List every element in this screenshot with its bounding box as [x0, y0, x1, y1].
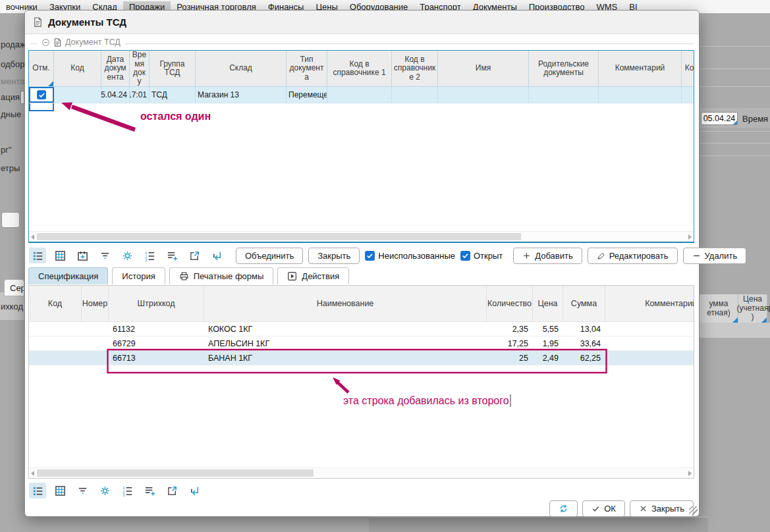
spec-row-apelsin[interactable]: 66729 АПЕЛЬСИН 1КГ 17,25 1,95 33,64: [29, 336, 694, 351]
column-header-ref2[interactable]: Код в справочнике 2: [392, 51, 438, 87]
settings-gear-icon[interactable]: [96, 483, 113, 498]
grid-icon[interactable]: [51, 248, 69, 263]
column-header-comment[interactable]: Комментарий: [605, 286, 694, 321]
settings-gear-icon[interactable]: [119, 248, 136, 263]
open-external-icon[interactable]: [186, 248, 203, 263]
cell-comment[interactable]: [605, 322, 694, 336]
column-header-nomer[interactable]: Номер: [82, 286, 109, 321]
cell-qty[interactable]: 2,35: [487, 322, 533, 336]
cell-ref1[interactable]: [327, 87, 392, 103]
bg-header-corner: [761, 317, 767, 323]
merge-button[interactable]: Объединить: [236, 248, 303, 264]
cell-doctype[interactable]: Перемещение: [287, 87, 327, 103]
tab-history[interactable]: История: [112, 267, 165, 284]
cell-price[interactable]: 5,55: [533, 322, 563, 336]
row-checkbox-checked[interactable]: [37, 90, 46, 99]
tab-specification[interactable]: Спецификация: [28, 267, 108, 284]
scroll-left-arrow[interactable]: [31, 234, 34, 240]
cell-barcode[interactable]: 61132: [109, 322, 204, 336]
filter-icon[interactable]: [74, 483, 91, 498]
cell-comment[interactable]: [599, 87, 682, 103]
check-icon: [591, 504, 600, 513]
open-checkbox[interactable]: Открыт: [460, 251, 503, 261]
tab-print-forms[interactable]: Печатные формы: [169, 267, 274, 284]
tab-actions[interactable]: Действия: [277, 267, 349, 284]
calendar-add-icon[interactable]: [74, 248, 91, 263]
cell-name[interactable]: КОКОС 1КГ: [204, 322, 487, 336]
cell-qty[interactable]: 25: [487, 351, 533, 365]
add-button[interactable]: Добавить: [513, 248, 582, 264]
column-header-sum[interactable]: Сумма: [563, 286, 605, 321]
delete-button[interactable]: Удалить: [683, 248, 747, 264]
cell-price[interactable]: 2,49: [533, 351, 563, 365]
cell-name[interactable]: БАНАН 1КГ: [204, 351, 487, 365]
resize-grip[interactable]: [689, 506, 698, 515]
column-header-time[interactable]: Время доку: [130, 51, 150, 87]
column-header-parents[interactable]: Родительские документы: [529, 51, 599, 87]
column-header-kod[interactable]: Код: [54, 51, 101, 87]
refresh-button[interactable]: [549, 500, 578, 517]
cell-qty[interactable]: 17,25: [487, 336, 533, 350]
bg-separator: [700, 68, 770, 69]
ok-button[interactable]: ОК: [582, 500, 625, 517]
reload-icon[interactable]: [186, 483, 203, 498]
column-header-qty[interactable]: Количество: [487, 286, 533, 321]
numbered-list-icon[interactable]: [141, 248, 158, 263]
cell-group[interactable]: ТСД: [150, 87, 196, 103]
cell-sum[interactable]: 13,04: [563, 322, 605, 336]
column-header-kod[interactable]: Код: [29, 286, 82, 321]
column-header-name[interactable]: Имя: [438, 51, 529, 87]
cell-barcode[interactable]: 66713: [109, 351, 204, 365]
cell-sum[interactable]: 62,25: [563, 351, 605, 365]
column-header-sklad[interactable]: Склад: [196, 51, 287, 87]
dialog-close-button[interactable]: Закрыть: [630, 500, 694, 517]
column-header-ref1[interactable]: Код в справочнике 1: [327, 51, 392, 87]
cell-parents[interactable]: [529, 87, 599, 103]
column-header-group[interactable]: Группа ТСД: [150, 51, 196, 87]
cell-ref2[interactable]: [392, 87, 438, 103]
list-view-icon[interactable]: [29, 483, 46, 498]
reload-icon[interactable]: [208, 248, 225, 263]
cell-price[interactable]: 1,95: [533, 336, 563, 350]
cell-time[interactable]: 17:01: [130, 87, 150, 103]
unused-checkbox[interactable]: Неиспользованные: [365, 251, 455, 261]
cell-date[interactable]: 05.04.24: [101, 87, 130, 103]
open-external-icon[interactable]: [163, 483, 180, 498]
cell-sklad[interactable]: Магазин 13: [196, 87, 287, 103]
add-rows-icon[interactable]: [163, 248, 180, 263]
column-header-doctype[interactable]: Тип документа: [287, 51, 327, 87]
cell-extra[interactable]: [682, 87, 694, 103]
grid-icon[interactable]: [51, 483, 69, 498]
edit-button[interactable]: Редактировать: [588, 248, 678, 264]
row-mark-cell[interactable]: [29, 87, 54, 103]
cell-comment[interactable]: [605, 336, 694, 350]
scrollbar-thumb[interactable]: [37, 233, 521, 240]
close-document-button[interactable]: Закрыть: [308, 248, 360, 264]
column-header-date[interactable]: Дата документа: [101, 51, 130, 87]
document-row[interactable]: 05.04.24 17:01 ТСД Магазин 13 Перемещени…: [29, 87, 694, 103]
cell-comment[interactable]: [605, 351, 694, 365]
column-header-extra[interactable]: Ко: [682, 51, 694, 87]
cell-sum[interactable]: 33,64: [563, 336, 605, 350]
scrollbar-thumb[interactable]: [37, 469, 314, 477]
cell-barcode[interactable]: 66729: [109, 336, 204, 350]
column-header-price[interactable]: Цена: [533, 286, 563, 321]
collapse-icon[interactable]: [41, 38, 50, 47]
column-header-comment[interactable]: Комментарий: [599, 51, 682, 87]
spec-row-banan-selected[interactable]: 66713 БАНАН 1КГ 25 2,49 62,25: [29, 351, 694, 365]
spec-row-kokos[interactable]: 61132 КОКОС 1КГ 2,35 5,55 13,04: [29, 322, 694, 336]
cell-name[interactable]: АПЕЛЬСИН 1КГ: [204, 336, 487, 350]
list-view-icon[interactable]: [29, 248, 46, 263]
scroll-right-arrow[interactable]: [688, 234, 692, 240]
column-header-barcode[interactable]: Штрихкод: [109, 286, 204, 321]
scroll-left-arrow[interactable]: [31, 471, 34, 476]
cell-kod[interactable]: [54, 87, 101, 103]
numbered-list-icon[interactable]: [119, 483, 136, 498]
add-rows-icon[interactable]: [141, 483, 158, 498]
filter-icon[interactable]: [96, 248, 113, 263]
column-header-otm[interactable]: Отм.: [29, 51, 54, 87]
scroll-right-arrow[interactable]: [688, 471, 692, 476]
group-divider: [30, 43, 694, 44]
cell-name[interactable]: [438, 87, 529, 103]
column-header-name[interactable]: Наименование: [204, 286, 487, 321]
